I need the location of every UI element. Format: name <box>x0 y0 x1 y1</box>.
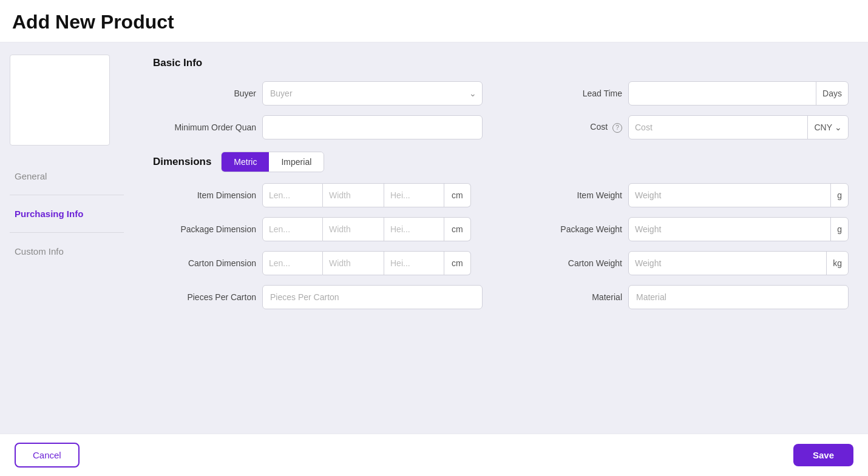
item-weight-input[interactable] <box>629 184 830 207</box>
pieces-per-carton-row: Pieces Per Carton <box>153 285 483 309</box>
content-area: Basic Info Buyer Buyer ⌄ Lead Time Days <box>134 42 868 434</box>
package-weight-input-wrapper[interactable]: g <box>628 217 849 241</box>
package-dimension-label: Package Dimension <box>153 224 256 234</box>
item-len-input[interactable] <box>262 183 323 207</box>
lead-time-label: Lead Time <box>519 89 622 98</box>
carton-weight-input[interactable] <box>629 252 826 275</box>
sidebar-item-purchasing-info[interactable]: Purchasing Info <box>10 203 124 225</box>
item-dimension-row: Item Dimension cm <box>153 183 483 207</box>
dimensions-section: Dimensions Metric Imperial Item Dimensio… <box>153 152 849 309</box>
cost-info-icon[interactable]: ? <box>612 123 622 133</box>
lead-time-input-wrapper[interactable]: Days <box>628 81 849 106</box>
item-hei-input[interactable] <box>384 183 444 207</box>
basic-info-grid: Buyer Buyer ⌄ Lead Time Days Minimum Or <box>153 81 849 139</box>
save-button[interactable]: Save <box>793 444 853 466</box>
basic-info-title: Basic Info <box>153 57 849 69</box>
carton-weight-row: Carton Weight kg <box>519 251 849 275</box>
page-title: Add New Product <box>12 11 856 33</box>
carton-weight-suffix: kg <box>826 252 848 275</box>
min-order-qty-label: Minimum Order Quan <box>153 122 256 132</box>
dimensions-header: Dimensions Metric Imperial <box>153 152 849 172</box>
pieces-per-carton-input[interactable] <box>262 285 483 309</box>
page-header: Add New Product <box>0 0 868 42</box>
sidebar: General Purchasing Info Custom Info <box>0 42 134 434</box>
carton-dim-unit: cm <box>444 251 471 275</box>
package-hei-input[interactable] <box>384 217 444 241</box>
item-weight-suffix: g <box>830 184 848 207</box>
carton-len-input[interactable] <box>262 251 323 275</box>
footer-bar: Cancel Save <box>0 434 868 476</box>
carton-weight-label: Carton Weight <box>519 258 622 268</box>
dimensions-toggle-group[interactable]: Metric Imperial <box>221 152 324 172</box>
metric-toggle[interactable]: Metric <box>222 152 269 172</box>
buyer-label: Buyer <box>153 89 256 98</box>
material-label: Material <box>519 292 622 302</box>
item-weight-input-wrapper[interactable]: g <box>628 183 849 207</box>
material-row: Material <box>519 285 849 309</box>
package-weight-row: Package Weight g <box>519 217 849 241</box>
package-width-input[interactable] <box>323 217 384 241</box>
package-weight-suffix: g <box>830 218 848 241</box>
item-dimension-label: Item Dimension <box>153 190 256 200</box>
package-len-input[interactable] <box>262 217 323 241</box>
item-dim-unit: cm <box>444 183 471 207</box>
cost-input[interactable] <box>629 116 807 139</box>
currency-dropdown[interactable]: CNY ⌄ <box>807 116 848 139</box>
item-weight-row: Item Weight g <box>519 183 849 207</box>
cost-row: Cost ? CNY ⌄ <box>519 115 849 139</box>
package-weight-label: Package Weight <box>519 224 622 234</box>
main-area: General Purchasing Info Custom Info Basi… <box>0 42 868 434</box>
dimensions-title: Dimensions <box>153 156 211 168</box>
package-dimension-inputs: cm <box>262 217 471 241</box>
carton-width-input[interactable] <box>323 251 384 275</box>
buyer-select-wrapper[interactable]: Buyer ⌄ <box>262 81 483 106</box>
package-dim-unit: cm <box>444 217 471 241</box>
carton-hei-input[interactable] <box>384 251 444 275</box>
item-width-input[interactable] <box>323 183 384 207</box>
lead-time-row: Lead Time Days <box>519 81 849 106</box>
buyer-select[interactable]: Buyer <box>262 81 483 106</box>
pieces-per-carton-label: Pieces Per Carton <box>153 292 256 302</box>
buyer-row: Buyer Buyer ⌄ <box>153 81 483 106</box>
cost-label: Cost ? <box>519 122 622 133</box>
cost-input-wrapper[interactable]: CNY ⌄ <box>628 115 849 139</box>
item-weight-label: Item Weight <box>519 190 622 200</box>
item-dimension-inputs: cm <box>262 183 471 207</box>
imperial-toggle[interactable]: Imperial <box>269 152 324 172</box>
sidebar-item-custom-info[interactable]: Custom Info <box>10 240 124 263</box>
material-input[interactable] <box>628 285 849 309</box>
lead-time-input[interactable] <box>629 82 816 105</box>
package-weight-input[interactable] <box>629 218 830 241</box>
carton-dimension-label: Carton Dimension <box>153 258 256 268</box>
carton-weight-input-wrapper[interactable]: kg <box>628 251 849 275</box>
currency-label: CNY <box>814 122 832 132</box>
sidebar-divider <box>10 195 124 195</box>
carton-dimension-row: Carton Dimension cm <box>153 251 483 275</box>
dimensions-grid: Item Dimension cm Item Weight g <box>153 183 849 309</box>
chevron-down-icon: ⌄ <box>835 122 842 132</box>
min-order-qty-input[interactable] <box>262 115 483 139</box>
lead-time-suffix: Days <box>816 82 848 105</box>
carton-dimension-inputs: cm <box>262 251 471 275</box>
sidebar-divider-2 <box>10 232 124 233</box>
product-image-box[interactable] <box>10 55 110 146</box>
min-order-qty-row: Minimum Order Quan <box>153 115 483 139</box>
cancel-button[interactable]: Cancel <box>15 443 80 468</box>
sidebar-item-general[interactable]: General <box>10 165 124 187</box>
package-dimension-row: Package Dimension cm <box>153 217 483 241</box>
